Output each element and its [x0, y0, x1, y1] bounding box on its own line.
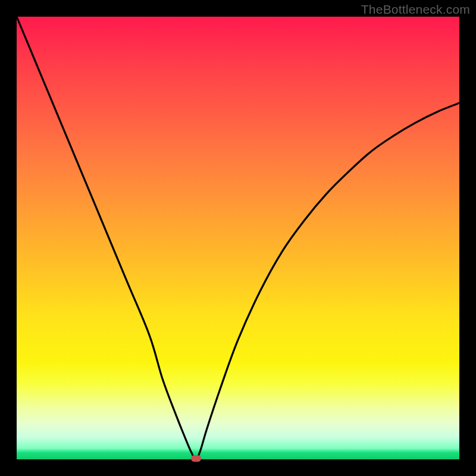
curve-path — [17, 17, 459, 459]
watermark-text: TheBottleneck.com — [361, 2, 470, 17]
chart-frame: TheBottleneck.com — [0, 0, 476, 476]
plot-area — [17, 17, 459, 459]
minimum-marker — [191, 455, 201, 462]
bottleneck-curve — [17, 17, 459, 459]
